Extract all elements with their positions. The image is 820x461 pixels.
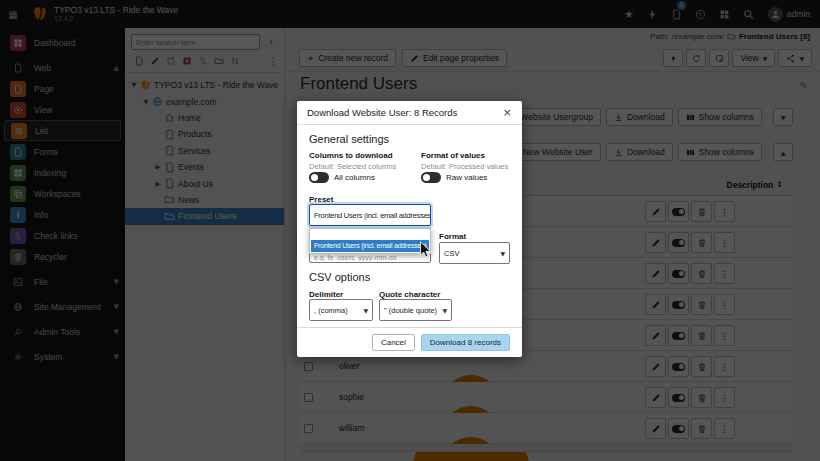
format-label: Format bbox=[439, 232, 466, 241]
delimiter-select[interactable]: , (comma) ▼ bbox=[309, 299, 373, 321]
quote-character-label: Quote character bbox=[379, 290, 440, 299]
general-settings-heading: General settings bbox=[309, 133, 389, 145]
delimiter-label: Delimiter bbox=[309, 290, 343, 299]
format-of-values-label: Format of values bbox=[421, 151, 485, 160]
cancel-button[interactable]: Cancel bbox=[372, 334, 415, 351]
typo3-backend: ▦ TYPO3 v13 LTS - Ride the Wave 13.4.0 ★… bbox=[0, 0, 820, 461]
all-columns-toggle-row: All columns bbox=[309, 172, 375, 183]
preset-label: Preset bbox=[309, 195, 333, 204]
chevron-down-icon: ▼ bbox=[439, 307, 447, 314]
columns-to-download-label: Columns to download bbox=[309, 151, 393, 160]
quote-character-select[interactable]: " (double quote) ▼ bbox=[379, 299, 452, 321]
close-icon[interactable]: × bbox=[503, 107, 512, 118]
chevron-down-icon: ▼ bbox=[497, 250, 505, 257]
all-columns-toggle[interactable] bbox=[309, 172, 329, 183]
chevron-down-icon: ▼ bbox=[360, 307, 368, 314]
preset-select[interactable]: Frontend Users (incl. email addresses) ▼ bbox=[309, 204, 431, 226]
raw-values-toggle-row: Raw values bbox=[421, 172, 487, 183]
preset-dropdown-option[interactable]: Frontend Users (incl. email addresses) bbox=[311, 240, 429, 252]
csv-options-heading: CSV options bbox=[309, 271, 370, 283]
modal-title: Download Website User: 8 Records bbox=[307, 107, 457, 118]
columns-default-text: Default: Selected columns bbox=[309, 162, 396, 171]
download-records-button[interactable]: Download 8 records bbox=[421, 334, 510, 351]
values-default-text: Default: Processed values bbox=[421, 162, 508, 171]
preset-dropdown-list: Frontend Users (incl. email addresses) bbox=[309, 228, 431, 254]
raw-values-toggle[interactable] bbox=[421, 172, 441, 183]
format-select[interactable]: CSV ▼ bbox=[439, 242, 510, 264]
